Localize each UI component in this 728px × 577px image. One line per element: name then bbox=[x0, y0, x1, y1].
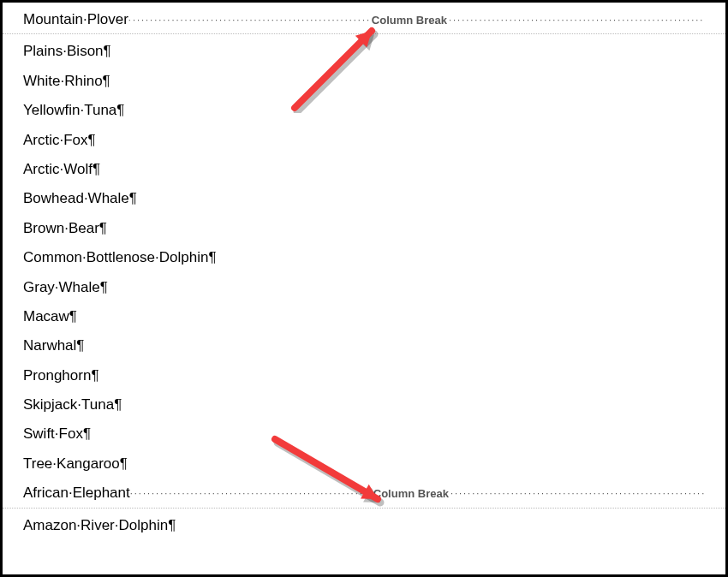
paragraph-text: Narwhal¶ bbox=[23, 337, 85, 354]
paragraph-line[interactable]: Gray·Whale¶ bbox=[23, 279, 705, 296]
paragraph-text: Arctic·Fox¶ bbox=[23, 132, 96, 149]
paragraph-line[interactable]: Common·Bottlenose·Dolphin¶ bbox=[23, 249, 705, 266]
column-break-line[interactable]: Mountain·Plover·························… bbox=[23, 11, 705, 28]
paragraph-line[interactable]: Skipjack·Tuna¶ bbox=[23, 396, 705, 413]
column-break-label: Column Break bbox=[370, 14, 449, 27]
leader-dots: ········································… bbox=[451, 489, 705, 498]
paragraph-text: Mountain·Plover bbox=[23, 11, 128, 28]
column-break-line[interactable]: African·Elephant························… bbox=[23, 485, 705, 502]
paragraph-text: Pronghorn¶ bbox=[23, 367, 99, 384]
paragraph-text: Tree·Kangaroo¶ bbox=[23, 455, 128, 473]
paragraph-text: White·Rhino¶ bbox=[23, 73, 110, 90]
section-divider bbox=[3, 33, 725, 34]
leader-dots: ········································… bbox=[130, 489, 372, 498]
paragraph-line[interactable]: Swift·Fox¶ bbox=[23, 425, 705, 443]
column-break-label: Column Break bbox=[372, 487, 451, 501]
paragraph-line[interactable]: White·Rhino¶ bbox=[23, 73, 705, 90]
paragraph-line[interactable]: Pronghorn¶ bbox=[23, 367, 705, 384]
paragraph-text: Macaw¶ bbox=[23, 308, 77, 325]
paragraph-text: African·Elephant bbox=[23, 485, 130, 502]
paragraph-line[interactable]: Yellowfin·Tuna¶ bbox=[23, 102, 705, 119]
paragraph-text: Gray·Whale¶ bbox=[23, 279, 108, 296]
paragraph-line[interactable]: Bowhead·Whale¶ bbox=[23, 190, 705, 207]
paragraph-line[interactable]: Arctic·Wolf¶ bbox=[23, 161, 705, 178]
paragraph-line[interactable]: Plains·Bison¶ bbox=[23, 43, 705, 60]
paragraph-text: Yellowfin·Tuna¶ bbox=[23, 102, 124, 119]
paragraph-line[interactable]: Arctic·Fox¶ bbox=[23, 132, 705, 149]
leader-dots: ········································… bbox=[128, 15, 370, 25]
paragraph-text: Arctic·Wolf¶ bbox=[23, 161, 100, 178]
paragraph-line[interactable]: Narwhal¶ bbox=[23, 337, 705, 354]
paragraph-text: Skipjack·Tuna¶ bbox=[23, 396, 122, 413]
paragraph-line[interactable]: Macaw¶ bbox=[23, 308, 705, 325]
paragraph-text: Bowhead·Whale¶ bbox=[23, 190, 137, 207]
leader-dots: ········································… bbox=[449, 15, 705, 25]
paragraph-line[interactable]: Amazon·River·Dolphin¶ bbox=[23, 517, 705, 534]
document-page: Mountain·Plover·························… bbox=[0, 0, 728, 577]
section-divider bbox=[3, 508, 725, 509]
paragraph-text: Common·Bottlenose·Dolphin¶ bbox=[23, 249, 217, 266]
paragraph-line[interactable]: Tree·Kangaroo¶ bbox=[23, 455, 705, 473]
paragraph-text: Swift·Fox¶ bbox=[23, 425, 91, 443]
paragraph-text: Brown·Bear¶ bbox=[23, 220, 107, 237]
paragraph-line[interactable]: Brown·Bear¶ bbox=[23, 220, 705, 237]
paragraph-text: Amazon·River·Dolphin¶ bbox=[23, 517, 176, 534]
paragraph-text: Plains·Bison¶ bbox=[23, 43, 111, 60]
